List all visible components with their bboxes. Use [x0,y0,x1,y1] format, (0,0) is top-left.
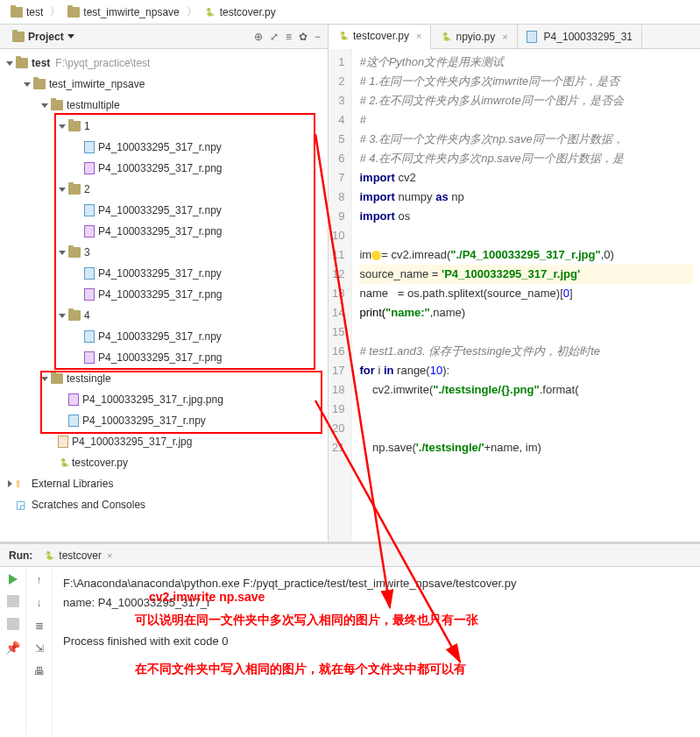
tree-label: P4_100033295_317_r.png [98,351,222,364]
str: "./testsingle/{}.png" [433,383,539,396]
console-output[interactable]: F:\Anaconda\anaconda\python.exe F:/pyqt_… [53,567,700,734]
tree-file[interactable]: P4_100033295_317_r.png [0,284,328,305]
tree-folder[interactable]: test_imwirte_npsave [0,74,328,95]
up-icon[interactable]: ↑ [37,574,42,586]
image-file-icon [68,393,79,406]
tree-folder[interactable]: testsingle [0,368,328,389]
str: "./P4_100033295_317_r.jpg" [450,248,600,261]
npy-file-icon [84,267,95,280]
breadcrumb-label: testcover.py [220,6,276,18]
comment: # 3.在同一个文件夹内多次np.save同一个图片数据， [359,132,623,145]
down-icon[interactable]: ↓ [37,597,42,609]
expand-arrow-icon[interactable] [58,311,67,320]
tab-p4[interactable]: P4_100033295_31 [518,25,642,48]
wrap-icon[interactable]: ≣ [35,620,44,632]
tree-label: testmultiple [67,99,120,111]
txt: ,0) [601,248,614,261]
tab-npyio[interactable]: 🐍 npyio.py × [431,25,517,48]
tree-label: 4 [84,309,90,322]
tree-label: P4_100033295_317_r.png [98,162,222,174]
tree-label: testsingle [67,372,111,385]
tree-folder[interactable]: 3 [0,242,328,263]
tree-file[interactable]: P4_100033295_317_r.png [0,221,328,242]
expand-arrow-icon[interactable] [58,248,67,257]
close-icon[interactable]: × [107,550,112,561]
tree-file[interactable]: P4_100033295_317_r.png [0,158,328,179]
scroll-icon[interactable]: ⇲ [35,642,44,655]
npy-file-icon [527,31,537,43]
line-number: 9 [332,207,344,226]
project-tree[interactable]: test F:\pyqt_practice\test test_imwirte_… [0,49,328,542]
txt: = cv2.imread( [381,248,450,261]
expand-arrow-icon[interactable] [40,101,49,110]
line-number: 15 [332,322,344,342]
code-area[interactable]: #这个Python文件是用来测试 # 1.在同一个文件夹内多次imwrite同一… [352,49,700,542]
line-number: 5 [332,130,344,149]
play-icon[interactable] [9,574,18,585]
layout-icon[interactable] [7,618,19,630]
scratches[interactable]: ◲ Scratches and Consoles [0,494,328,515]
tree-file[interactable]: P4_100033295_317_r.npy [0,263,328,284]
npy-file-icon [68,415,79,427]
pin-icon[interactable]: 📌 [5,641,20,655]
bulb-icon[interactable] [371,251,381,260]
breadcrumb-folder[interactable]: test_imwirte_npsave [64,4,182,20]
expand-arrow-icon[interactable] [58,122,67,131]
code-editor[interactable]: 123456789101112131415161718192021 #这个Pyt… [329,49,700,542]
kw: for [359,364,378,377]
breadcrumb-file[interactable]: 🐍 testcover.py [201,4,279,20]
target-icon[interactable]: ⊕ [254,31,263,43]
close-icon[interactable]: × [502,32,507,42]
line-number: 16 [332,342,344,361]
expand-arrow-icon[interactable] [5,59,14,67]
kw: import [359,209,398,223]
collapse-icon[interactable]: ≡ [286,31,292,43]
tree-folder[interactable]: 4 [0,305,328,326]
chevron-right-icon: 〉 [187,4,197,19]
close-icon[interactable]: × [416,31,421,41]
expand-arrow-icon[interactable] [5,479,14,488]
project-dropdown[interactable]: Project [7,29,80,45]
tree-folder[interactable]: 1 [0,116,328,137]
folder-icon [33,79,46,89]
print-icon[interactable]: 🖶 [34,665,45,677]
python-file-icon: 🐍 [337,30,350,42]
breadcrumb-test[interactable]: test [7,4,46,20]
tree-file[interactable]: P4_100033295_317_r.npy [0,410,328,431]
comment: # 2.在不同文件夹内多从imwrote同一个图片，是否会 [359,94,623,107]
tree-folder[interactable]: 2 [0,179,328,200]
settings-icon[interactable]: ✿ [299,31,308,43]
tree-file[interactable]: 🐍 testcover.py [0,452,328,473]
tab-testcover[interactable]: 🐍 testcover.py × [329,25,431,49]
python-file-icon: 🐍 [440,31,452,43]
tree-label: P4_100033295_317_r.npy [98,330,222,343]
expand-arrow-icon[interactable] [23,80,32,89]
stop-icon[interactable] [7,595,19,607]
expand-arrow-icon[interactable] [58,185,67,194]
line-number: 6 [332,149,344,168]
tree-file[interactable]: P4_100033295_317_r.npy [0,137,328,158]
tree-file[interactable]: P4_100033295_317_r.jpg.png [0,389,328,410]
line-number: 4 [332,110,344,130]
hide-icon[interactable]: − [315,31,321,43]
console-line: Process finished with exit code 0 [63,632,689,651]
run-toolbar-left: 📌 [0,567,26,734]
tree-file[interactable]: P4_100033295_317_r.jpg [0,431,328,452]
tree-label: 1 [84,120,90,132]
annotation-text: 在不同文件夹中写入相同的图片，就在每个文件夹中都可以有 [135,662,466,677]
kw: as [435,190,451,203]
tree-folder[interactable]: testmultiple [0,95,328,116]
folder-icon [51,373,63,384]
folder-icon [68,310,81,321]
external-libraries[interactable]: ⦀ External Libraries [0,473,328,494]
tree-file[interactable]: P4_100033295_317_r.npy [0,200,328,221]
tree-label: P4_100033295_317_r.png [98,288,222,301]
str: 'P4_100033295_317_r.jpg' [442,267,580,280]
expand-icon[interactable]: ⤢ [270,31,279,43]
run-label: Run: [9,549,32,562]
tree-file[interactable]: P4_100033295_317_r.npy [0,326,328,347]
expand-arrow-icon[interactable] [40,374,49,383]
tree-root[interactable]: test F:\pyqt_practice\test [0,53,328,74]
tree-file[interactable]: P4_100033295_317_r.png [0,347,328,368]
line-number: 8 [332,188,344,207]
